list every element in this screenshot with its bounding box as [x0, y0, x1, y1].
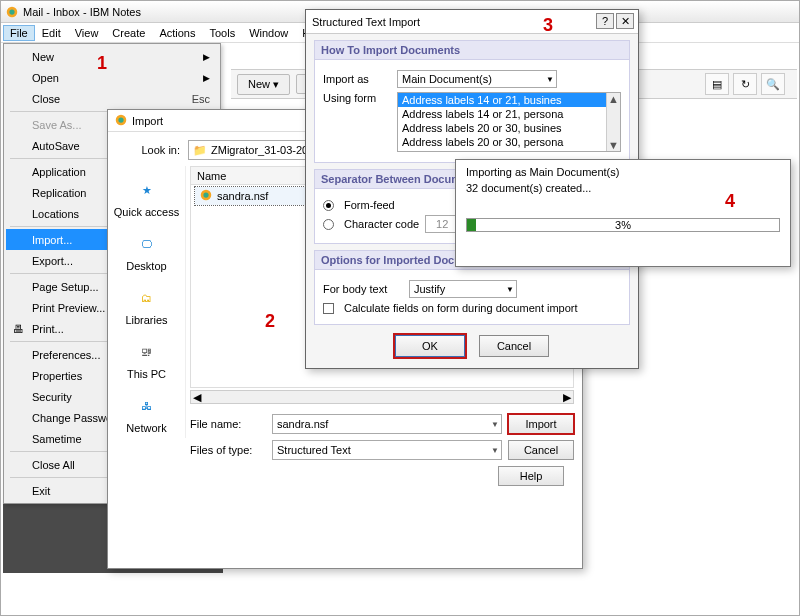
place-desktop[interactable]: 🖵Desktop [112, 226, 182, 276]
sti-title: Structured Text Import [312, 16, 420, 28]
importas-select[interactable]: Main Document(s)▼ [397, 70, 557, 88]
annotation-2: 2 [265, 311, 275, 332]
group-howto: How To Import Documents Import as Main D… [314, 40, 630, 163]
usingform-listbox[interactable]: Address labels 14 or 21, busines Address… [397, 92, 621, 152]
notes-file-icon [199, 188, 213, 204]
annotation-3: 3 [543, 15, 553, 36]
annotation-4: 4 [725, 191, 735, 212]
menu-tools[interactable]: Tools [202, 25, 242, 41]
usingform-label: Using form [323, 92, 391, 104]
menu-actions[interactable]: Actions [152, 25, 202, 41]
calc-checkbox[interactable] [323, 303, 334, 314]
radio-formfeed[interactable] [323, 200, 334, 211]
cancel-button[interactable]: Cancel [508, 440, 574, 460]
lookin-label: Look in: [116, 144, 188, 156]
printer-icon: 🖶 [11, 322, 25, 336]
filetype-label: Files of type: [190, 444, 266, 456]
chevron-down-icon: ▼ [546, 75, 554, 84]
place-libraries[interactable]: 🗂Libraries [112, 280, 182, 330]
network-icon: 🖧 [133, 392, 161, 420]
close-icon[interactable]: ✕ [616, 13, 634, 29]
filename-label: File name: [190, 418, 266, 430]
svg-point-5 [203, 192, 208, 197]
progress-bar: 3% [466, 218, 780, 232]
sti-titlebar: Structured Text Import ? ✕ [306, 10, 638, 34]
search-icon[interactable]: 🔍 [761, 73, 785, 95]
sti-button-row: OK Cancel [306, 335, 638, 357]
cancel-button[interactable]: Cancel [479, 335, 549, 357]
chevron-down-icon: ▼ [491, 446, 499, 455]
annotation-1: 1 [97, 53, 107, 74]
forbody-select[interactable]: Justify▼ [409, 280, 517, 298]
star-icon: ★ [133, 176, 161, 204]
import-button[interactable]: Import [508, 414, 574, 434]
help-button[interactable]: Help [498, 466, 564, 486]
chevron-down-icon: ▼ [506, 285, 514, 294]
importas-label: Import as [323, 73, 391, 85]
progress-dialog: Importing as Main Document(s) 32 documen… [455, 159, 791, 267]
menu-edit[interactable]: Edit [35, 25, 68, 41]
menu-new[interactable]: New▶ [6, 46, 218, 67]
ok-button[interactable]: OK [395, 335, 465, 357]
places-sidebar: ★Quick access 🖵Desktop 🗂Libraries 🖳This … [108, 166, 186, 438]
place-thispc[interactable]: 🖳This PC [112, 334, 182, 384]
desktop-icon: 🖵 [133, 230, 161, 258]
menu-create[interactable]: Create [105, 25, 152, 41]
svg-point-3 [118, 117, 123, 122]
menu-file[interactable]: File [3, 25, 35, 41]
app-icon [114, 113, 128, 129]
calc-label: Calculate fields on form during document… [344, 302, 578, 314]
menu-close[interactable]: CloseEsc [6, 88, 218, 109]
new-button[interactable]: New ▾ [237, 74, 290, 95]
vertical-scrollbar[interactable]: ▲▼ [606, 93, 620, 151]
place-quickaccess[interactable]: ★Quick access [112, 172, 182, 222]
folder-icon: 📁 [193, 144, 207, 157]
list-item[interactable]: Address labels 20 or 30, persona [398, 135, 620, 149]
svg-point-1 [9, 9, 14, 14]
radio-charcode[interactable] [323, 219, 334, 230]
menu-window[interactable]: Window [242, 25, 295, 41]
place-network[interactable]: 🖧Network [112, 388, 182, 438]
window-title: Mail - Inbox - IBM Notes [23, 6, 141, 18]
forbody-label: For body text [323, 283, 403, 295]
import-title-text: Import [132, 115, 163, 127]
file-name: sandra.nsf [217, 190, 268, 202]
show-icon[interactable]: ▤ [705, 73, 729, 95]
menu-view[interactable]: View [68, 25, 106, 41]
list-item[interactable]: Address labels 14 or 21, busines [398, 93, 620, 107]
progress-percent: 3% [467, 219, 779, 231]
progress-line1: Importing as Main Document(s) [466, 166, 780, 178]
filename-input[interactable]: sandra.nsf▼ [272, 414, 502, 434]
list-item[interactable]: Address labels 20 or 30, busines [398, 121, 620, 135]
menu-open[interactable]: Open▶ [6, 67, 218, 88]
refresh-icon[interactable]: ↻ [733, 73, 757, 95]
horizontal-scrollbar[interactable]: ◀▶ [190, 390, 574, 404]
list-item[interactable]: Address labels 14 or 21, persona [398, 107, 620, 121]
scroll-left-icon[interactable]: ◀ [193, 391, 201, 404]
chevron-down-icon: ▼ [491, 420, 499, 429]
filetype-combo[interactable]: Structured Text▼ [272, 440, 502, 460]
app-icon [5, 5, 19, 19]
formfeed-label: Form-feed [344, 199, 395, 211]
libraries-icon: 🗂 [133, 284, 161, 312]
charcode-label: Character code [344, 218, 419, 230]
group-howto-title: How To Import Documents [315, 41, 629, 60]
scroll-right-icon[interactable]: ▶ [563, 391, 571, 404]
help-icon[interactable]: ? [596, 13, 614, 29]
computer-icon: 🖳 [133, 338, 161, 366]
